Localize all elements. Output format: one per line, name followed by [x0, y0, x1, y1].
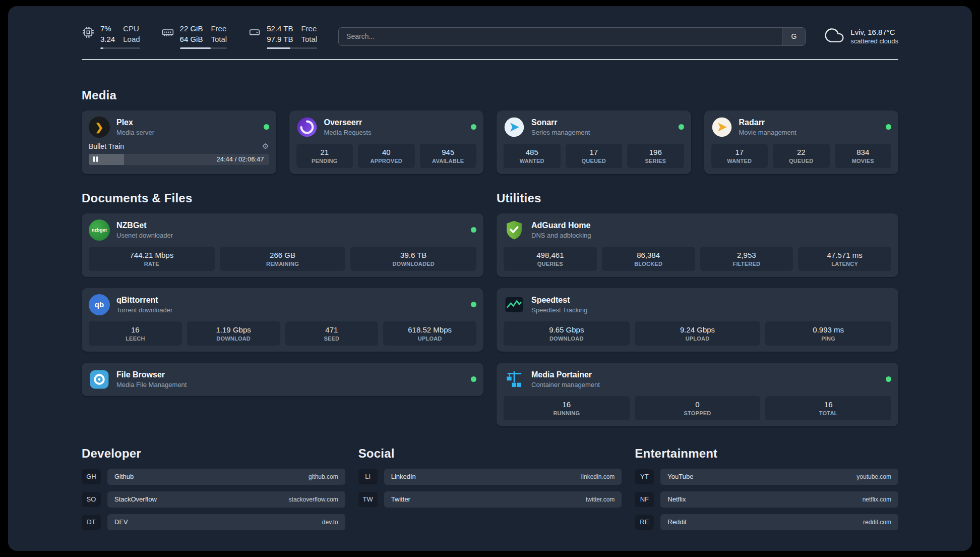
bookmark-twitter[interactable]: TW Twitter twitter.com [358, 491, 622, 508]
stat-latency: 47.571 ms LATENCY [798, 247, 891, 271]
stat-remaining: 266 GB REMAINING [220, 247, 346, 271]
status-dot [679, 124, 684, 130]
stat-running: 16 RUNNING [504, 396, 630, 420]
bookmark-abbr: SO [82, 492, 101, 507]
status-dot [471, 124, 476, 130]
status-dot [264, 124, 269, 130]
service-card-qbittorrent[interactable]: qb qBittorrent Torrent downloader 16 LEE… [82, 288, 483, 352]
disk-free-label: Free [301, 24, 317, 34]
bookmark-name: YouTube [667, 473, 693, 480]
service-desc-sonarr: Series management [531, 129, 590, 136]
plex-icon: ❯ [89, 117, 110, 138]
stat-queries: 498,461 QUERIES [504, 247, 597, 271]
playback-time: 24:44 / 02:06:47 [217, 155, 264, 163]
service-desc-portainer: Container management [531, 381, 600, 388]
service-card-speedtest[interactable]: Speedtest Speedtest Tracking 9.65 Gbps D… [497, 288, 898, 352]
cpu-widget: 7% 3.24 CPU Load [82, 24, 140, 49]
weather-location: Lviv, 16.87°C [850, 28, 898, 36]
search-provider-button[interactable]: G [782, 28, 805, 45]
bookmark-github[interactable]: GH Github github.com [82, 469, 345, 485]
overseerr-icon [296, 117, 318, 138]
gear-icon[interactable]: ⚙ [262, 142, 269, 150]
stat-queued: 17 QUEUED [566, 144, 623, 168]
service-name-filebrowser: File Browser [116, 370, 187, 379]
bookmark-abbr: DT [82, 515, 101, 530]
cpu-progress-bar [100, 47, 140, 49]
service-desc-nzbget: Usenet downloader [116, 232, 173, 239]
section-title-documents: Documents & Files [82, 191, 483, 205]
bookmark-abbr: TW [358, 492, 378, 507]
stat-series: 196 SERIES [627, 144, 684, 168]
bookmark-name: Twitter [391, 495, 410, 503]
service-desc-plex: Media server [116, 129, 154, 136]
disk-total-value: 97.9 TB [267, 35, 293, 44]
disk-icon [248, 26, 261, 39]
bookmark-netflix[interactable]: NF Netflix netflix.com [635, 491, 898, 508]
stat-pending: 21 PENDING [296, 144, 353, 168]
service-card-adguard[interactable]: AdGuard Home DNS and adblocking 498,461 … [497, 213, 898, 277]
memory-widget: 22 GiB 64 GiB Free Total [161, 24, 227, 49]
bookmark-youtube[interactable]: YT YouTube youtube.com [635, 469, 898, 485]
cpu-percent-value: 7% [100, 24, 115, 34]
bookmark-url: netflix.com [863, 496, 891, 503]
bookmark-name: Netflix [667, 495, 686, 503]
service-name-speedtest: Speedtest [531, 296, 587, 305]
status-dot [886, 376, 891, 382]
stat-download: 1.19 Gbps DOWNLOAD [187, 321, 280, 346]
section-title-media: Media [82, 88, 898, 102]
section-title-social: Social [358, 447, 622, 461]
weather-widget[interactable]: Lviv, 16.87°C scattered clouds [825, 26, 898, 47]
service-card-nzbget[interactable]: nzbget NZBGet Usenet downloader 744.21 M… [82, 213, 483, 277]
bookmark-abbr: NF [635, 492, 654, 507]
bookmark-reddit[interactable]: RE Reddit reddit.com [635, 514, 898, 530]
portainer-icon [504, 369, 525, 390]
service-card-portainer[interactable]: Media Portainer Container management 16 … [497, 363, 898, 426]
memory-free-label: Free [211, 24, 227, 34]
service-card-sonarr[interactable]: Sonarr Series management 485 WANTED 17 Q… [497, 110, 691, 174]
nzbget-icon: nzbget [89, 219, 110, 241]
stat-downloaded: 39.6 TB DOWNLOADED [350, 247, 476, 271]
service-card-filebrowser[interactable]: File Browser Media File Management [82, 363, 483, 396]
pause-icon[interactable] [93, 156, 98, 162]
stat-filtered: 2,953 FILTERED [700, 247, 793, 271]
sonarr-icon [504, 117, 525, 138]
service-name-adguard: AdGuard Home [531, 221, 591, 230]
service-desc-filebrowser: Media File Management [116, 381, 187, 388]
memory-icon [161, 26, 174, 39]
bookmark-dev[interactable]: DT DEV dev.to [82, 514, 345, 530]
disk-progress-bar [267, 47, 317, 49]
playback-progress-bar[interactable]: 24:44 / 02:06:47 [89, 154, 269, 165]
search-input[interactable] [339, 28, 782, 45]
speedtest-icon [504, 294, 525, 315]
memory-progress-bar [180, 47, 227, 49]
service-card-radarr[interactable]: Radarr Movie management 17 WANTED 22 QUE… [704, 110, 899, 174]
bookmark-url: github.com [309, 473, 338, 480]
stat-queued: 22 QUEUED [773, 144, 830, 168]
bookmark-name: LinkedIn [391, 473, 416, 480]
stat-approved: 40 APPROVED [358, 144, 415, 168]
weather-condition: scattered clouds [850, 37, 898, 45]
stat-ping: 0.993 ms PING [765, 321, 891, 346]
cpu-load-value: 3.24 [100, 35, 115, 44]
bookmark-url: dev.to [322, 519, 338, 526]
status-dot [886, 124, 891, 130]
memory-total-label: Total [211, 35, 227, 44]
bookmark-stackoverflow[interactable]: SO StackOverflow stackoverflow.com [82, 491, 345, 508]
topbar-divider [82, 59, 898, 60]
service-card-overseerr[interactable]: Overseerr Media Requests 21 PENDING 40 A… [289, 110, 484, 174]
bookmark-name: StackOverflow [114, 495, 157, 503]
bookmark-linkedin[interactable]: LI LinkedIn linkedin.com [358, 469, 622, 485]
cpu-label: CPU [123, 24, 140, 34]
dashboard-panel: 7% 3.24 CPU Load [8, 6, 972, 551]
service-name-plex: Plex [116, 118, 154, 127]
service-desc-qbittorrent: Torrent downloader [116, 306, 172, 314]
service-card-plex[interactable]: ❯ Plex Media server Bullet Train ⚙ [82, 110, 276, 174]
stat-seed: 471 SEED [285, 321, 379, 346]
section-utilities: Utilities [497, 191, 898, 426]
bookmark-abbr: GH [82, 469, 101, 484]
stat-stopped: 0 STOPPED [635, 396, 761, 420]
disk-free-value: 52.4 TB [267, 24, 293, 34]
status-dot [471, 302, 476, 307]
section-title-utilities: Utilities [497, 191, 898, 205]
stat-blocked: 86,384 BLOCKED [602, 247, 695, 271]
